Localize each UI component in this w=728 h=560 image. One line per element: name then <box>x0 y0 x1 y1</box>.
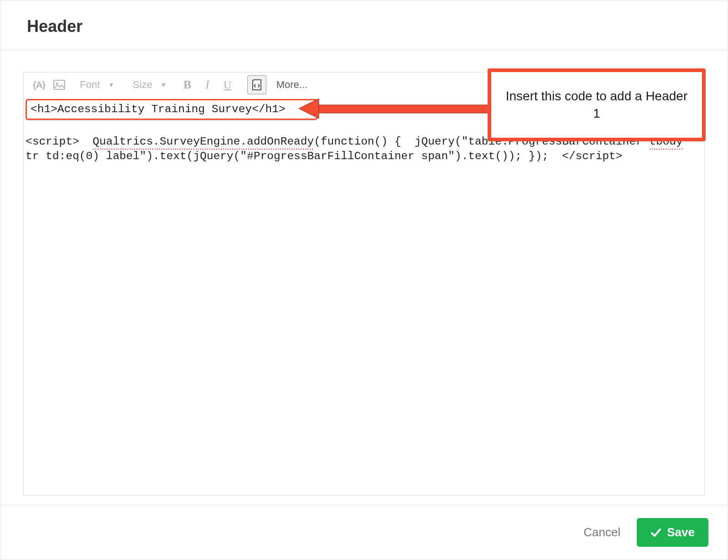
more-label: More... <box>276 79 307 91</box>
editor-content[interactable]: <h1>Accessibility Training Survey</h1> <… <box>24 97 704 495</box>
underline-label: U <box>224 79 231 91</box>
insert-image-button[interactable] <box>51 76 68 93</box>
svg-rect-2 <box>313 105 495 113</box>
save-button[interactable]: Save <box>637 518 708 547</box>
font-size-dropdown[interactable]: Size ▼ <box>129 76 171 93</box>
annotation-callout-text: Insert this code to add a Header 1 <box>503 88 690 122</box>
svg-marker-3 <box>299 99 319 119</box>
modal-title: Header <box>27 17 701 36</box>
font-family-dropdown[interactable]: Font ▼ <box>76 76 126 93</box>
font-size-label: Size <box>133 79 152 91</box>
image-icon <box>53 80 65 90</box>
modal-footer: Cancel Save <box>0 505 728 560</box>
source-view-button[interactable] <box>247 75 266 94</box>
cancel-label: Cancel <box>583 525 620 539</box>
source-code-icon <box>251 79 263 91</box>
bold-button[interactable]: B <box>179 76 196 93</box>
annotation-callout: Insert this code to add a Header 1 <box>488 68 706 141</box>
bold-label: B <box>183 78 191 92</box>
modal-header: Header <box>0 0 728 50</box>
piped-text-icon: {A} <box>33 80 45 90</box>
annotation-arrow <box>299 99 495 119</box>
h1-code-highlight: <h1>Accessibility Training Survey</h1> <box>26 99 317 120</box>
italic-label: I <box>205 78 209 92</box>
modal-panel: Header {A} Font ▼ <box>0 0 728 560</box>
more-button[interactable]: More... <box>272 76 312 93</box>
piped-text-button[interactable]: {A} <box>30 76 48 93</box>
save-label: Save <box>667 525 695 539</box>
modal-body: {A} Font ▼ Size ▼ <box>0 50 728 505</box>
svg-point-1 <box>56 83 58 84</box>
font-family-label: Font <box>80 79 100 91</box>
italic-button[interactable]: I <box>199 76 216 93</box>
svg-rect-0 <box>54 80 65 89</box>
cancel-button[interactable]: Cancel <box>580 521 624 544</box>
underline-button[interactable]: U <box>219 76 236 93</box>
chevron-down-icon: ▼ <box>161 81 167 88</box>
chevron-down-icon: ▼ <box>108 81 114 88</box>
h1-code-text: <h1>Accessibility Training Survey</h1> <box>31 103 286 115</box>
checkmark-icon <box>650 527 661 538</box>
